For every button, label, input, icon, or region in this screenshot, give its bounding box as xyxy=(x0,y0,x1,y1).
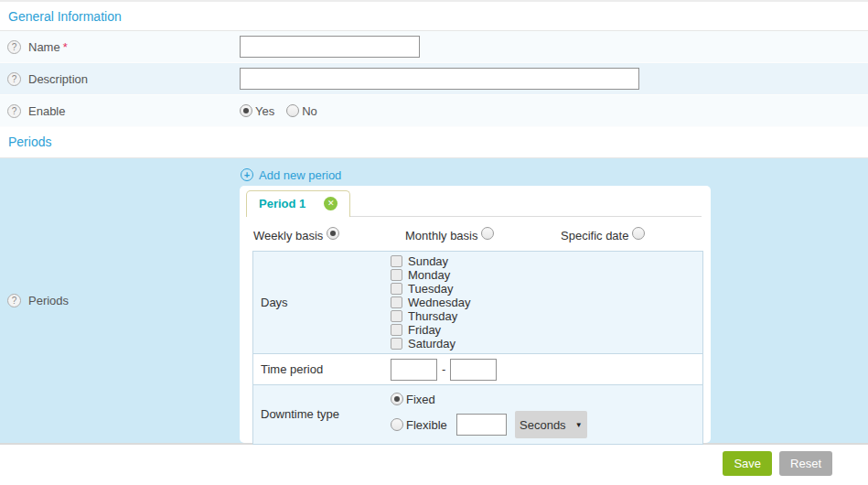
plus-circle-icon: + xyxy=(241,168,253,181)
tab-period-1[interactable]: Period 1 ✕ xyxy=(246,190,350,217)
period-panel: Period 1 ✕ Weekly basis Monthly basis xyxy=(240,186,711,443)
friday-checkbox[interactable] xyxy=(391,324,402,336)
fixed-radio[interactable] xyxy=(391,393,403,405)
weekly-basis-label: Weekly basis xyxy=(253,229,323,242)
day-sunday[interactable]: Sunday xyxy=(391,254,470,268)
name-input[interactable] xyxy=(240,36,420,58)
enable-no-label: No xyxy=(302,104,317,118)
tab-period-1-label: Period 1 xyxy=(259,197,305,210)
add-new-period-label: Add new period xyxy=(259,168,341,182)
save-button[interactable]: Save xyxy=(723,451,772,476)
help-icon[interactable]: ? xyxy=(7,294,21,307)
day-thursday[interactable]: Thursday xyxy=(391,309,470,323)
description-input[interactable] xyxy=(240,68,639,90)
monday-checkbox[interactable] xyxy=(391,269,402,281)
time-period-row: Time period - xyxy=(253,353,702,384)
downtime-type-label: Downtime type xyxy=(253,389,391,438)
saturday-label: Saturday xyxy=(408,337,455,350)
tuesday-checkbox[interactable] xyxy=(391,283,402,295)
enable-yes-radio[interactable] xyxy=(240,104,252,117)
reset-button[interactable]: Reset xyxy=(779,451,832,476)
period-settings-table: Days Sunday Monday xyxy=(252,251,703,445)
monthly-basis-radio[interactable] xyxy=(481,227,494,240)
close-icon[interactable]: ✕ xyxy=(324,197,338,210)
flexible-duration-input[interactable] xyxy=(456,414,507,436)
sunday-label: Sunday xyxy=(408,254,448,268)
monday-label: Monday xyxy=(408,268,450,282)
form-footer: Save Reset xyxy=(0,445,868,476)
downtime-type-row: Downtime type Fixed Flexible xyxy=(253,384,702,444)
time-period-label: Time period xyxy=(253,362,391,376)
wednesday-checkbox[interactable] xyxy=(391,296,402,308)
name-row: ? Name* xyxy=(0,31,868,63)
help-icon[interactable]: ? xyxy=(7,40,21,54)
description-label: Description xyxy=(28,72,88,86)
enable-yes-label: Yes xyxy=(255,104,274,118)
saturday-checkbox[interactable] xyxy=(391,338,402,350)
flexible-label: Flexible xyxy=(406,418,447,432)
friday-label: Friday xyxy=(408,323,441,337)
day-tuesday[interactable]: Tuesday xyxy=(391,282,470,296)
time-start-input[interactable] xyxy=(391,359,437,381)
days-label: Days xyxy=(253,254,391,350)
day-saturday[interactable]: Saturday xyxy=(391,337,470,350)
time-end-input[interactable] xyxy=(450,359,497,381)
monthly-basis-option[interactable]: Monthly basis xyxy=(405,229,561,242)
weekly-basis-option[interactable]: Weekly basis xyxy=(253,229,405,242)
enable-no-radio[interactable] xyxy=(286,104,299,117)
wednesday-label: Wednesday xyxy=(408,296,470,309)
monthly-basis-label: Monthly basis xyxy=(405,229,477,242)
enable-row: ? Enable Yes No xyxy=(0,95,868,127)
tuesday-label: Tuesday xyxy=(408,282,453,296)
basis-options-row: Weekly basis Monthly basis Specific date xyxy=(253,229,698,242)
periods-label: Periods xyxy=(28,294,69,307)
specific-date-label: Specific date xyxy=(561,229,628,242)
day-friday[interactable]: Friday xyxy=(391,323,470,337)
specific-date-option[interactable]: Specific date xyxy=(561,229,645,242)
days-checkbox-list: Sunday Monday Tuesday xyxy=(391,254,470,350)
thursday-checkbox[interactable] xyxy=(391,310,402,322)
name-label: Name* xyxy=(28,40,68,54)
enable-label: Enable xyxy=(28,104,65,118)
general-information-header: General Information xyxy=(0,0,868,31)
time-separator: - xyxy=(442,362,445,376)
add-new-period-link[interactable]: + Add new period xyxy=(241,166,711,184)
day-wednesday[interactable]: Wednesday xyxy=(391,296,470,309)
periods-header: Periods xyxy=(0,127,868,158)
fixed-label: Fixed xyxy=(406,393,435,406)
help-icon[interactable]: ? xyxy=(7,104,21,118)
required-asterisk: * xyxy=(63,40,68,54)
downtime-unit-value: Seconds xyxy=(520,418,566,432)
days-row: Days Sunday Monday xyxy=(253,252,702,353)
downtime-unit-select[interactable]: Seconds ▼ xyxy=(515,411,587,438)
sunday-checkbox[interactable] xyxy=(391,255,402,267)
flexible-radio[interactable] xyxy=(391,418,403,431)
thursday-label: Thursday xyxy=(408,309,457,323)
weekly-basis-radio[interactable] xyxy=(327,227,339,240)
day-monday[interactable]: Monday xyxy=(391,268,470,282)
period-tabstrip: Period 1 ✕ xyxy=(240,186,711,217)
chevron-down-icon: ▼ xyxy=(575,421,583,429)
description-row: ? Description xyxy=(0,63,868,95)
help-icon[interactable]: ? xyxy=(7,72,21,86)
specific-date-radio[interactable] xyxy=(632,227,645,240)
periods-row: ? Periods + Add new period Period 1 ✕ We… xyxy=(0,158,868,445)
